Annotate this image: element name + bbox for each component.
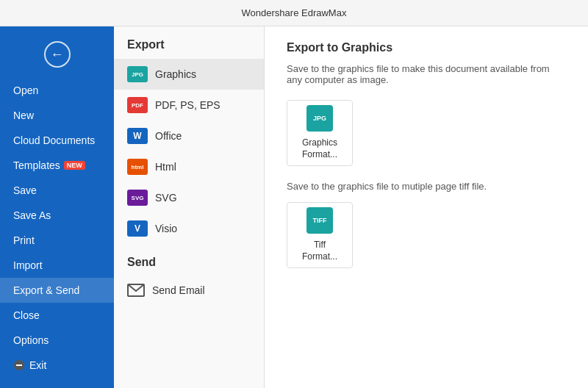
sidebar-item-label: Import <box>13 259 43 271</box>
graphics-label: Graphics <box>155 68 196 80</box>
content-title: Export to Graphics <box>287 41 566 54</box>
sidebar-item-export-send[interactable]: Export & Send <box>0 278 114 303</box>
send-email-label: Send Email <box>152 284 205 296</box>
sidebar-item-import[interactable]: Import <box>0 253 114 278</box>
sidebar-item-cloud-documents[interactable]: Cloud Documents <box>0 128 114 153</box>
sidebar-item-save[interactable]: Save <box>0 178 114 203</box>
format-cards-2: TIFF TiffFormat... <box>287 202 566 268</box>
export-option-office[interactable]: W Office <box>114 121 264 151</box>
export-option-graphics[interactable]: JPG Graphics <box>114 59 264 90</box>
tiff-format-card[interactable]: TIFF TiffFormat... <box>287 202 353 268</box>
new-badge: NEW <box>64 161 85 170</box>
sidebar-item-label: Options <box>13 334 49 346</box>
office-icon: W <box>127 128 148 144</box>
export-option-pdf[interactable]: PDF PDF, PS, EPS <box>114 90 264 121</box>
sidebar-item-label: Cloud Documents <box>13 134 95 146</box>
export-option-svg[interactable]: SVG SVG <box>114 182 264 213</box>
back-button[interactable]: ← <box>0 34 114 78</box>
sidebar-item-options[interactable]: Options <box>0 328 114 353</box>
export-section-title: Export <box>114 26 264 59</box>
visio-label: Visio <box>155 223 177 234</box>
graphics-icon: JPG <box>127 66 148 82</box>
pdf-icon: PDF <box>127 97 148 113</box>
tiff-card-label: TiffFormat... <box>302 240 337 262</box>
format-cards-1: JPG GraphicsFormat... <box>287 100 566 166</box>
visio-icon: V <box>127 220 148 237</box>
sidebar-item-print[interactable]: Print <box>0 228 114 253</box>
svg-icon: SVG <box>127 190 148 206</box>
pdf-label: PDF, PS, EPS <box>155 99 220 111</box>
sidebar-item-templates[interactable]: Templates NEW <box>0 153 114 178</box>
send-section-title: Send <box>114 244 264 276</box>
html-icon: html <box>127 159 148 175</box>
email-icon <box>127 284 145 297</box>
exit-circle-icon <box>13 359 25 371</box>
sidebar-item-label: Save As <box>13 209 51 221</box>
sidebar-item-label: Exit <box>29 359 46 371</box>
sidebar-item-label: Export & Send <box>13 284 79 296</box>
content-section2-desc: Save to the graphics file to mutiple pag… <box>287 181 566 192</box>
sidebar-item-save-as[interactable]: Save As <box>0 203 114 228</box>
sidebar-item-label: Templates <box>13 159 60 171</box>
back-arrow-icon: ← <box>51 47 64 62</box>
back-circle-icon[interactable]: ← <box>44 41 71 68</box>
sidebar-item-close[interactable]: Close <box>0 303 114 328</box>
sidebar-item-open[interactable]: Open <box>0 78 114 103</box>
sidebar-item-new[interactable]: New <box>0 103 114 128</box>
export-panel: Export JPG Graphics PDF PDF, PS, EPS W O… <box>114 26 265 388</box>
content-panel: Export to Graphics Save to the graphics … <box>265 26 588 388</box>
send-email-option[interactable]: Send Email <box>114 276 264 304</box>
office-label: Office <box>155 130 182 142</box>
sidebar-item-label: Save <box>13 184 37 196</box>
content-section1-desc: Save to the graphics file to make this d… <box>287 63 566 85</box>
sidebar-item-label: Close <box>13 309 40 321</box>
export-option-visio[interactable]: V Visio <box>114 213 264 244</box>
sidebar-item-label: Open <box>13 85 38 96</box>
sidebar-item-label: Print <box>13 234 35 246</box>
sidebar: ← Open New Cloud Documents Templates NEW… <box>0 26 114 388</box>
app-title: Wondershare EdrawMax <box>242 7 347 18</box>
jpg-card-icon: JPG <box>306 105 333 132</box>
sidebar-item-label: New <box>13 109 34 121</box>
sidebar-item-exit[interactable]: Exit <box>0 353 114 378</box>
export-option-html[interactable]: html Html <box>114 151 264 182</box>
tiff-card-icon: TIFF <box>306 207 333 234</box>
html-label: Html <box>155 161 176 173</box>
jpg-card-label: GraphicsFormat... <box>302 137 337 160</box>
jpg-format-card[interactable]: JPG GraphicsFormat... <box>287 100 353 166</box>
svg-label: SVG <box>155 192 177 204</box>
